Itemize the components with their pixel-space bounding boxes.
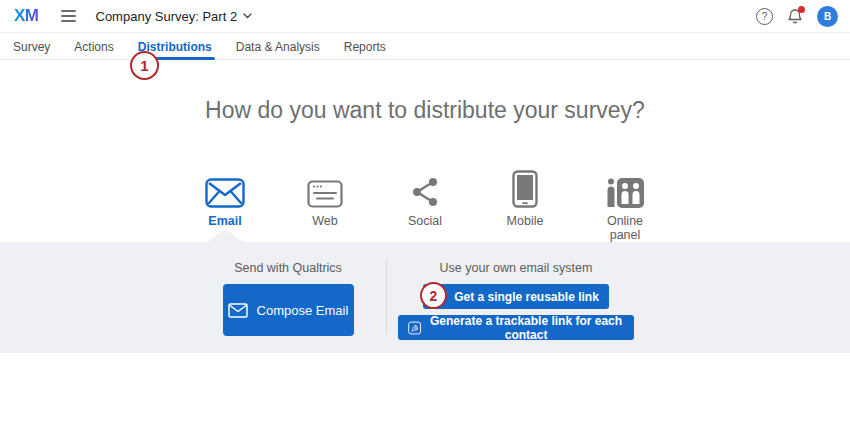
top-bar-left: XM Company Survey: Part 2 xyxy=(14,6,252,26)
envelope-icon xyxy=(228,303,248,318)
channel-mobile-label: Mobile xyxy=(507,215,544,229)
channel-email-label: Email xyxy=(208,215,241,229)
single-reusable-link-label: Get a single reusable link xyxy=(454,290,599,304)
chevron-down-icon xyxy=(243,13,252,19)
hamburger-menu-icon[interactable] xyxy=(61,10,76,22)
trackable-link-label: Generate a trackable link for each conta… xyxy=(428,314,624,342)
web-icon xyxy=(307,166,343,208)
email-icon xyxy=(205,166,245,208)
channel-social[interactable]: Social xyxy=(383,166,467,243)
send-with-qualtrics-label: Send with Qualtrics xyxy=(190,261,386,275)
notifications-bell-icon[interactable] xyxy=(787,8,803,25)
own-email-system-label: Use your own email system xyxy=(398,261,634,275)
notification-dot xyxy=(798,6,805,13)
project-nav-tabs: Survey Actions Distributions Data & Anal… xyxy=(0,34,850,60)
channel-online-panel-label: Online panel xyxy=(599,215,651,243)
compose-email-button[interactable]: Compose Email xyxy=(223,284,354,336)
section-divider xyxy=(386,259,387,335)
distribution-channels: Email Web Soci xyxy=(0,166,850,243)
mobile-icon xyxy=(512,166,538,208)
channel-web[interactable]: Web xyxy=(283,166,367,243)
annotation-step-2: 2 xyxy=(420,282,447,309)
trackable-link-button[interactable]: Generate a trackable link for each conta… xyxy=(398,315,634,340)
qualtrics-distributions-page: XM Company Survey: Part 2 ? B Survey xyxy=(0,0,850,425)
tab-data-analysis[interactable]: Data & Analysis xyxy=(236,34,320,59)
tab-actions[interactable]: Actions xyxy=(74,34,113,59)
send-with-qualtrics-section: Send with Qualtrics Compose Email xyxy=(190,242,386,336)
online-panel-icon xyxy=(606,166,644,208)
survey-title-dropdown[interactable]: Company Survey: Part 2 xyxy=(96,9,253,24)
top-bar: XM Company Survey: Part 2 ? B xyxy=(0,0,850,33)
compose-email-label: Compose Email xyxy=(257,303,349,318)
help-icon[interactable]: ? xyxy=(756,8,773,25)
selected-channel-pointer xyxy=(207,229,243,242)
page-title: How do you want to distribute your surve… xyxy=(0,97,850,124)
social-share-icon xyxy=(409,166,441,208)
single-reusable-link-button[interactable]: Get a single reusable link xyxy=(423,284,609,309)
channel-mobile[interactable]: Mobile xyxy=(483,166,567,243)
tab-reports[interactable]: Reports xyxy=(344,34,386,59)
channel-social-label: Social xyxy=(408,215,442,229)
tab-survey[interactable]: Survey xyxy=(13,34,50,59)
user-avatar[interactable]: B xyxy=(817,6,838,27)
survey-title-label: Company Survey: Part 2 xyxy=(96,9,238,24)
top-bar-right: ? B xyxy=(756,6,838,27)
channel-online-panel[interactable]: Online panel xyxy=(583,166,667,243)
channel-web-label: Web xyxy=(312,215,337,229)
fingerprint-icon xyxy=(408,320,421,336)
annotation-step-1: 1 xyxy=(130,51,159,80)
xm-logo[interactable]: XM xyxy=(14,6,39,26)
